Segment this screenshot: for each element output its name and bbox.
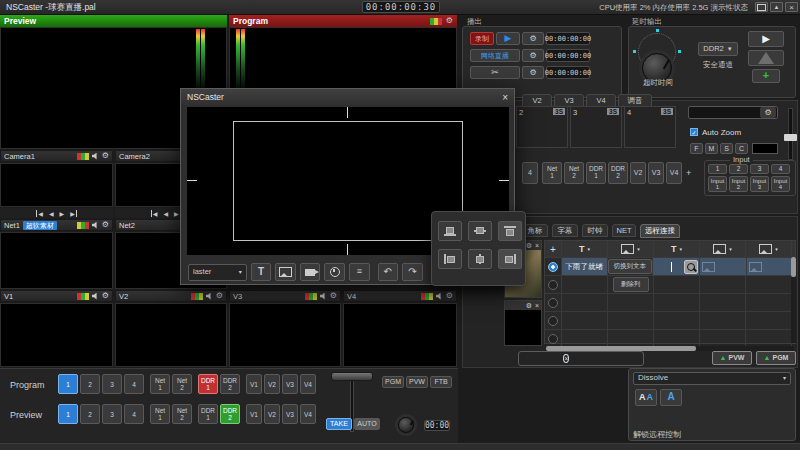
gear-icon[interactable]: ⚙ bbox=[526, 242, 532, 249]
input-num-3[interactable]: 3 bbox=[750, 164, 769, 174]
close-icon[interactable]: × bbox=[535, 242, 539, 249]
src-4[interactable]: 4 bbox=[522, 162, 538, 184]
clip-gear-icon[interactable]: ⚙ bbox=[522, 66, 544, 79]
v3-thumb[interactable] bbox=[229, 303, 341, 367]
pvw-bus-v3[interactable]: V3 bbox=[282, 404, 298, 424]
pgm-bus-v1[interactable]: V1 bbox=[246, 374, 262, 394]
gear-icon[interactable]: ⚙ bbox=[330, 292, 337, 300]
input-4-button[interactable]: Input 4 bbox=[771, 176, 790, 192]
src-v3[interactable]: V3 bbox=[648, 162, 664, 184]
delay-play-button[interactable]: ▶ bbox=[748, 31, 784, 47]
pgm-button[interactable]: PGM bbox=[382, 376, 404, 388]
add-text-button[interactable]: T bbox=[251, 263, 272, 281]
pvw-bus-4[interactable]: 4 bbox=[124, 404, 144, 424]
close-icon[interactable]: × bbox=[785, 2, 798, 12]
clear-button[interactable]: × bbox=[563, 354, 569, 363]
src-ddr2[interactable]: DDR 2 bbox=[608, 162, 628, 184]
speaker-icon[interactable] bbox=[320, 293, 327, 300]
net1-source-badge[interactable]: 超软素材 bbox=[23, 221, 57, 230]
pvw-bus-net1[interactable]: Net 1 bbox=[150, 404, 170, 424]
switch-to-text-button[interactable]: 切换到文本 bbox=[608, 259, 652, 274]
skip-start-icon[interactable]: ◀ bbox=[36, 210, 43, 217]
gear-icon[interactable]: ⚙ bbox=[526, 302, 532, 309]
row-radio[interactable] bbox=[548, 280, 558, 290]
ptz-gear-icon[interactable]: ⚙ bbox=[760, 107, 776, 118]
play-icon[interactable]: ▶ bbox=[60, 210, 65, 217]
pvw-button[interactable]: PVW bbox=[406, 376, 428, 388]
v2-header[interactable]: V2 ⚙ bbox=[115, 290, 227, 302]
search-button[interactable] bbox=[684, 260, 698, 274]
transition-duration-knob[interactable] bbox=[398, 417, 414, 433]
v3-header[interactable]: V3 ⚙ bbox=[229, 290, 341, 302]
play-icon[interactable]: ▶ bbox=[174, 210, 179, 217]
preset-duration[interactable]: 3S bbox=[661, 108, 673, 115]
pgm-bus-3[interactable]: 3 bbox=[102, 374, 122, 394]
layout-icon[interactable] bbox=[755, 2, 768, 12]
row-radio[interactable] bbox=[548, 334, 558, 344]
col-header-text-1[interactable]: T▾ bbox=[562, 241, 608, 257]
delay-warning-button[interactable] bbox=[748, 50, 784, 66]
safe-area-rect[interactable] bbox=[233, 121, 463, 241]
speaker-icon[interactable] bbox=[92, 222, 99, 229]
tab-net[interactable]: NET bbox=[612, 224, 636, 237]
unlock-remote-label[interactable]: 解锁远程控制 bbox=[633, 429, 681, 440]
image-cell[interactable] bbox=[747, 258, 795, 275]
col-header-image-2[interactable]: ▾ bbox=[700, 241, 746, 257]
align-center-button[interactable] bbox=[468, 249, 492, 269]
manual-mode-button[interactable]: M bbox=[705, 143, 718, 154]
v2-thumb[interactable] bbox=[115, 303, 227, 367]
skip-start-icon[interactable]: ◀ bbox=[151, 210, 158, 217]
record-button[interactable]: 录制 bbox=[470, 32, 494, 45]
align-left-button[interactable] bbox=[438, 249, 462, 269]
input-num-1[interactable]: 1 bbox=[708, 164, 727, 174]
tab-remote-connect[interactable]: 远程连接 bbox=[640, 224, 680, 238]
add-row-button[interactable]: + bbox=[545, 241, 562, 257]
pvw-bus-1[interactable]: 1 bbox=[58, 404, 78, 424]
auto-button[interactable]: AUTO bbox=[354, 418, 380, 430]
skip-end-icon[interactable]: ▶ bbox=[70, 210, 77, 217]
table-vscrollbar[interactable] bbox=[791, 257, 796, 343]
pvw-bus-v4[interactable]: V4 bbox=[300, 404, 316, 424]
table-row[interactable] bbox=[545, 330, 795, 347]
col-header-text-2[interactable]: T▾ bbox=[654, 241, 700, 257]
subtitle-text-cell[interactable]: 下雨了就绪 bbox=[562, 258, 608, 275]
preset-duration[interactable]: 3S bbox=[553, 108, 565, 115]
gear-icon[interactable]: ⚙ bbox=[102, 221, 109, 229]
stream-gear-icon[interactable]: ⚙ bbox=[522, 49, 544, 62]
gear-icon[interactable]: ⚙ bbox=[102, 152, 109, 160]
dialog-close-icon[interactable]: × bbox=[502, 92, 508, 103]
table-row[interactable]: 删除列 bbox=[545, 276, 795, 294]
close-icon[interactable]: × bbox=[535, 302, 539, 309]
pgm-bus-4[interactable]: 4 bbox=[124, 374, 144, 394]
pgm-bus-v2[interactable]: V2 bbox=[264, 374, 280, 394]
src-v2[interactable]: V2 bbox=[630, 162, 646, 184]
v4-header[interactable]: V4 ⚙ bbox=[343, 290, 457, 302]
align-top-button[interactable] bbox=[498, 221, 522, 241]
src-ddr1[interactable]: DDR 1 bbox=[586, 162, 606, 184]
pvw-bus-3[interactable]: 3 bbox=[102, 404, 122, 424]
pvw-bus-v2[interactable]: V2 bbox=[264, 404, 280, 424]
dissolve-dropdown[interactable]: Dissolve▾ bbox=[633, 372, 791, 385]
pvw-bus-ddr2[interactable]: DDR 2 bbox=[220, 404, 240, 424]
net1-transport[interactable]: ◀ ◀ ▶ ▶ bbox=[0, 208, 113, 218]
input-3-button[interactable]: Input 3 bbox=[750, 176, 769, 192]
v1-thumb[interactable] bbox=[0, 303, 113, 367]
table-row[interactable] bbox=[545, 312, 795, 330]
col-header-image-1[interactable]: ▾ bbox=[608, 241, 654, 257]
table-row[interactable] bbox=[545, 294, 795, 312]
pgm-bus-1[interactable]: 1 bbox=[58, 374, 78, 394]
speaker-icon[interactable] bbox=[206, 293, 213, 300]
align-middle-button[interactable] bbox=[468, 221, 492, 241]
input-1-button[interactable]: Input 1 bbox=[708, 176, 727, 192]
pgm-bus-net2[interactable]: Net 2 bbox=[172, 374, 192, 394]
gear-icon[interactable]: ⚙ bbox=[102, 292, 109, 300]
add-timer-button[interactable] bbox=[324, 263, 345, 281]
row-radio[interactable] bbox=[548, 298, 558, 308]
net1-thumb[interactable] bbox=[0, 232, 113, 289]
zoom-slider-handle[interactable] bbox=[784, 134, 797, 141]
pgm-bus-v4[interactable]: V4 bbox=[300, 374, 316, 394]
pgm-bus-2[interactable]: 2 bbox=[80, 374, 100, 394]
v4-thumb[interactable] bbox=[343, 303, 457, 367]
cg-thumb-2[interactable]: ⚙× bbox=[504, 300, 542, 346]
gear-icon[interactable]: ⚙ bbox=[216, 292, 223, 300]
